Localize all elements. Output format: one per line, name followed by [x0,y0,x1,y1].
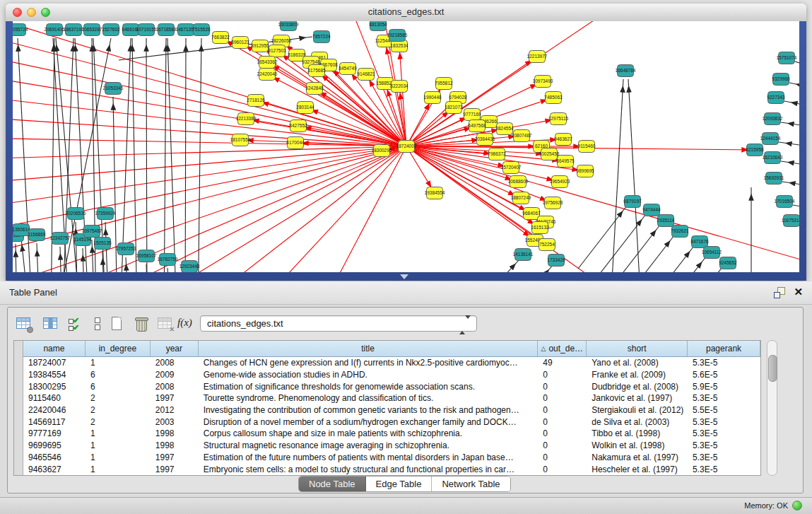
graph-node[interactable]: 22420046 [257,69,278,81]
graph-node[interactable]: 14136141 [513,249,534,261]
table-cell[interactable]: 1 [86,428,151,438]
table-cell[interactable]: 5.3E-5 [688,452,760,462]
graph-node[interactable]: 8471676 [690,236,709,248]
node-table[interactable]: namein_degreeyeartitle△out_de…shortpager… [13,340,761,476]
graph-node[interactable]: 8912955 [251,40,269,52]
table-cell[interactable]: 18300295 [23,382,86,392]
close-panel-icon[interactable]: ✕ [794,286,803,298]
table-cell[interactable]: Embryonic stem cells: a model to study s… [199,465,539,474]
splitter-grip-icon[interactable] [400,274,408,279]
function-builder-icon[interactable]: f(x) [177,317,192,329]
graph-node[interactable]: 16718588 [156,24,177,36]
table-cell[interactable]: 14569117 [23,417,86,427]
table-row[interactable]: 1872400712008Changes of HCN gene express… [23,357,760,369]
table-cell[interactable]: Stergiakouli et al. (2012) [587,405,688,415]
graph-node[interactable]: 8427552 [289,120,307,132]
network-canvas[interactable]: 1872400718300295896012389129551822605891… [13,21,799,272]
memory-status-icon[interactable] [792,501,802,510]
window-titlebar[interactable]: citations_edges.txt [6,4,806,22]
graph-node[interactable]: 1821072 [445,102,463,114]
graph-node[interactable]: 9227343 [767,92,785,104]
table-cell[interactable]: Yano et al. (2008) [587,358,688,368]
graph-node[interactable]: 16033809 [278,21,299,31]
table-cell[interactable]: 1997 [151,465,199,474]
citation-edge-black[interactable] [789,83,799,90]
citation-edge-black[interactable] [625,235,674,272]
graph-node[interactable]: 21053346 [103,83,124,95]
citation-edge-red[interactable] [13,146,406,209]
citation-edge-black[interactable] [657,257,706,272]
table-row[interactable]: 946554611997Estimation of the future num… [23,452,760,464]
table-vertical-scrollbar[interactable] [767,340,777,476]
citation-edge-black[interactable] [120,38,131,272]
graph-node[interactable]: 12444154 [760,133,781,145]
table-row[interactable]: 1456911722003Disruption of a novel membe… [23,416,760,428]
table-cell[interactable]: Estimation of significance thresholds fo… [199,382,539,392]
graph-node[interactable]: 7932621 [671,226,689,238]
table-cell[interactable]: Nakamura et al. (1997) [587,452,688,462]
citation-edge-black[interactable] [645,246,694,272]
table-cell[interactable]: 5.3E-5 [688,393,760,403]
graph-node[interactable]: 20364436 [475,134,495,146]
graph-node[interactable]: 752254 [539,239,555,251]
citation-edge-black[interactable] [673,267,722,272]
graph-node[interactable]: 12975115 [548,113,569,125]
citation-edge-black[interactable] [83,248,85,272]
graph-node[interactable]: 16958107 [136,250,157,262]
graph-node[interactable]: 3175685 [307,65,326,77]
citation-edge-black[interactable] [164,38,166,272]
citation-edge-black[interactable] [198,38,201,272]
graph-node[interactable]: 16648784 [616,65,636,77]
citation-edge-black[interactable] [784,101,799,109]
column-header-title[interactable]: title [199,341,539,356]
graph-node[interactable]: 20206536 [66,208,86,220]
graph-node[interactable]: 10975487 [82,226,102,238]
table-row[interactable]: 969969511998Structural magnetic resonanc… [23,440,760,452]
graph-node[interactable]: 9777169 [463,109,481,121]
graph-node[interactable]: 18807249 [511,192,531,204]
table-cell[interactable]: 0 [538,370,587,380]
table-cell[interactable]: Corpus callosum shape and size in male p… [199,428,539,438]
graph-node[interactable]: 10688609 [508,176,529,188]
column-header-name[interactable]: name [23,341,86,356]
table-cell[interactable]: 5.9E-5 [688,382,760,392]
citation-network-graph[interactable]: 1872400718300295896012389129551822605891… [13,21,799,272]
graph-node[interactable]: 20691406 [45,24,65,36]
graph-node[interactable]: 8454749 [339,63,357,75]
table-cell[interactable]: 19384554 [23,370,86,380]
graph-node[interactable]: 19384554 [425,187,445,199]
graph-node[interactable]: 12213977 [527,51,548,63]
graph-node[interactable]: 7857224 [312,31,331,43]
graph-node[interactable]: 1156869 [28,229,46,241]
table-cell[interactable]: 49 [538,358,587,368]
table-cell[interactable]: Franke et al. (2009) [587,370,688,380]
graph-node[interactable]: 16782759 [158,254,178,266]
graph-node[interactable]: 1733426 [547,255,565,267]
table-row[interactable]: 911546021997Tourette syndrome. Phenomeno… [23,392,760,404]
graph-node[interactable]: 7986372 [488,148,506,160]
citation-edge-black[interactable] [779,142,799,148]
selection-mode-icon[interactable]: ✔✔ [67,315,86,333]
citation-edge-black[interactable] [781,161,799,168]
table-cell[interactable]: 0 [538,428,587,438]
graph-node[interactable]: 18300295 [372,145,392,157]
tab-network-table[interactable]: Network Table [432,477,510,491]
table-cell[interactable]: 2009 [151,370,199,380]
table-cell[interactable]: Hescheler et al. (1997) [587,465,688,474]
graph-node[interactable]: 8960123 [231,37,249,49]
graph-node[interactable]: 7663822 [211,32,230,44]
citation-edge-black[interactable] [16,244,17,272]
graph-node[interactable]: 2718126 [247,95,265,107]
graph-node[interactable]: 7515526 [192,24,211,36]
table-cell[interactable]: 5.3E-5 [688,417,760,427]
graph-node[interactable]: 9115460 [578,141,596,153]
graph-node[interactable]: 10807487 [512,130,532,142]
graph-node[interactable]: 19756928 [543,197,563,209]
citation-edge-black[interactable] [795,62,799,71]
citation-edge-red[interactable] [13,146,406,159]
graph-node[interactable]: 18837197 [64,24,84,36]
table-cell[interactable]: 5.5E-5 [688,405,760,415]
graph-node[interactable]: 15692931 [764,173,784,185]
table-cell[interactable]: 0 [538,382,587,392]
table-cell[interactable]: 0 [538,393,587,403]
